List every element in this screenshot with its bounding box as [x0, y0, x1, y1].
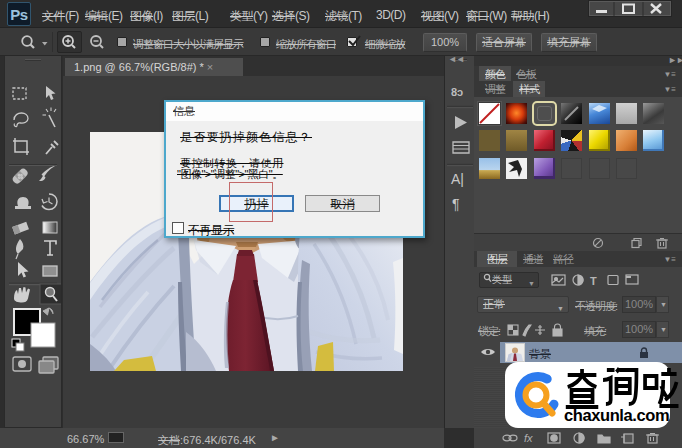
svg-text:8ɔ: 8ɔ	[451, 86, 463, 98]
svg-text:¶: ¶	[452, 196, 460, 212]
svg-text:A|: A|	[451, 171, 464, 187]
svg-text:T: T	[590, 275, 597, 287]
svg-text:chaxunla.com: chaxunla.com	[564, 406, 669, 424]
svg-text:fx: fx	[524, 432, 533, 444]
